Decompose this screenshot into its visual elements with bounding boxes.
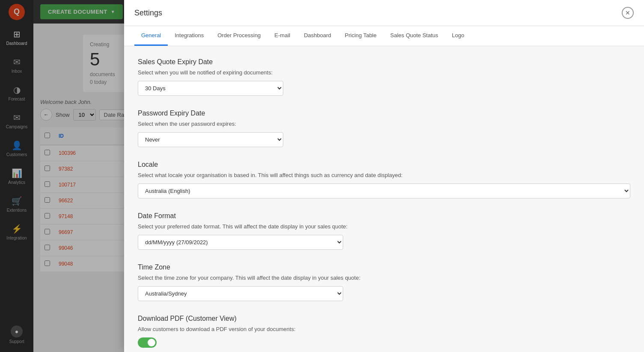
date-format-title: Date Format — [138, 212, 630, 220]
password-expiry-section: Password Expiry Date Select when the use… — [138, 109, 630, 147]
locale-title: Locale — [138, 161, 630, 169]
modal-title: Settings — [134, 9, 162, 18]
modal-tab-integrations[interactable]: Integrations — [168, 26, 211, 46]
time-zone-section: Time Zone Select the time zone for your … — [138, 263, 630, 301]
download-pdf-title: Download PDF (Customer View) — [138, 315, 630, 322]
date-format-section: Date Format Select your preferred date f… — [138, 212, 630, 250]
locale-section: Locale Select what locale your organisat… — [138, 161, 630, 198]
password-expiry-title: Password Expiry Date — [138, 109, 630, 117]
time-zone-title: Time Zone — [138, 263, 630, 271]
modal-tab-dashboard[interactable]: Dashboard — [297, 26, 338, 46]
modal-tab-order_processing[interactable]: Order Processing — [211, 26, 267, 46]
modal-tab-general[interactable]: General — [134, 26, 168, 46]
modal-header: Settings ✕ — [124, 0, 644, 26]
sales-quote-expiry-desc: Select when you will be notified of expi… — [138, 69, 630, 76]
sales-quote-expiry-title: Sales Quote Expiry Date — [138, 58, 630, 66]
modal-tab-logo[interactable]: Logo — [445, 26, 471, 46]
modal-tabs: GeneralIntegrationsOrder ProcessingE-mai… — [124, 26, 644, 46]
modal-tab-email[interactable]: E-mail — [267, 26, 297, 46]
download-pdf-toggle[interactable] — [138, 337, 157, 348]
locale-select[interactable]: Australia (English) United States (Engli… — [138, 183, 630, 198]
modal-tab-sales_quote_status[interactable]: Sales Quote Status — [383, 26, 445, 46]
time-zone-select[interactable]: Australia/Sydney America/New_York Europe… — [138, 286, 343, 301]
password-expiry-desc: Select when the user password expires: — [138, 121, 630, 127]
date-format-desc: Select your preferred date format. This … — [138, 223, 630, 230]
download-pdf-section: Download PDF (Customer View) Allow custo… — [138, 315, 630, 348]
locale-desc: Select what locale your organisation is … — [138, 172, 630, 178]
settings-modal: Settings ✕ GeneralIntegrationsOrder Proc… — [124, 0, 644, 352]
modal-tab-pricing_table[interactable]: Pricing Table — [338, 26, 383, 46]
sales-quote-expiry-select[interactable]: 30 Days Never 7 Days 14 Days 60 Days 90 … — [138, 81, 283, 96]
download-pdf-desc: Allow customers to download a PDF versio… — [138, 326, 630, 332]
sales-quote-expiry-section: Sales Quote Expiry Date Select when you … — [138, 58, 630, 96]
time-zone-desc: Select the time zone for your company. T… — [138, 275, 630, 281]
toggle-slider — [138, 337, 157, 348]
password-expiry-select[interactable]: Never 30 Days 60 Days 90 Days — [138, 132, 283, 147]
date-format-select[interactable]: dd/MM/yyyy (27/09/2022) MM/dd/yyyy (09/2… — [138, 235, 343, 250]
modal-close-button[interactable]: ✕ — [622, 7, 634, 19]
modal-body: Sales Quote Expiry Date Select when you … — [124, 46, 644, 352]
